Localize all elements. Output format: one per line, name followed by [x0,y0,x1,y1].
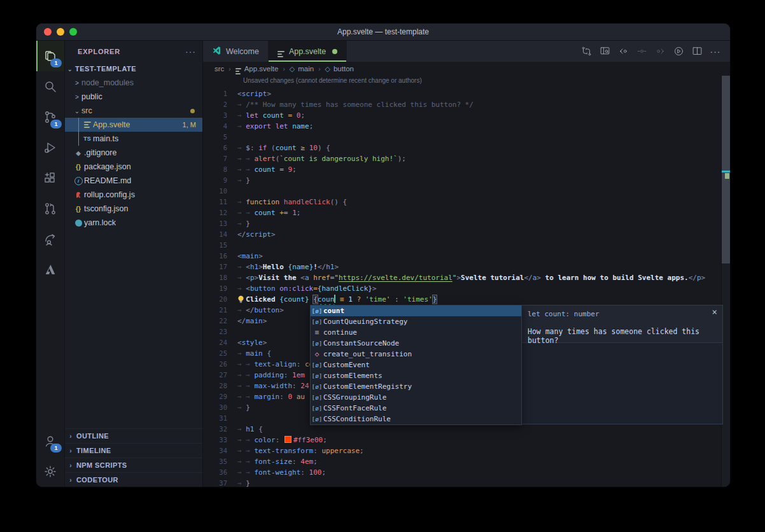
minimize-window-button[interactable] [57,28,64,36]
tab-welcome[interactable]: Welcome [203,41,269,62]
tab-bar: WelcomeApp.svelte ··· [203,41,730,62]
unsaved-dot-icon[interactable] [332,49,337,54]
suggestion-continue[interactable]: ≡continue [311,327,521,338]
suggestion-CountQueuingStrategy[interactable]: [ø]CountQueuingStrategy [311,316,521,327]
previous-change-icon[interactable] [616,45,630,59]
current-change-icon[interactable] [635,45,649,59]
code-line-19[interactable]: 19→ <button on:click={handleClick}> [203,283,730,294]
folder-node_modules[interactable]: >node_modules [65,76,202,90]
file-yarn.lock[interactable]: yarn.lock [65,216,202,230]
code-line-1[interactable]: 1<script> [203,88,730,99]
code-line-34[interactable]: 34→ → text-transform: uppercase; [203,445,730,456]
code-line-17[interactable]: 17→ <h1>Hello {name}!</h1> [203,262,730,272]
code-line-36[interactable]: 36→ → font-weight: 100; [203,467,730,478]
next-change-icon[interactable] [653,45,667,59]
code-line-15[interactable]: 15 [203,240,730,251]
activity-files-icon[interactable]: 1 [36,41,64,71]
activity-badge: 1 [50,444,62,452]
file-package.json[interactable]: {}package.json [65,160,202,174]
activity-source-control-icon[interactable]: 1 [36,102,64,132]
code-text: Clicked {count} {coun ≡ 1 ? 'time' : 'ti… [237,294,437,305]
code-line-37[interactable]: 37→ } [203,478,730,487]
suggestion-CustomElementRegistry[interactable]: [ø]CustomElementRegistry [311,381,521,392]
section-npm-scripts[interactable]: ›NPM SCRIPTS [65,458,202,472]
file-main.ts[interactable]: TSmain.ts [65,132,202,146]
suggestion-customElements[interactable]: [ø]customElements [311,370,521,381]
close-icon[interactable]: × [712,307,717,317]
activity-github-pr-icon[interactable] [36,193,64,224]
open-preview-icon[interactable] [598,45,612,59]
suggestion-count[interactable]: [ø]count [311,305,521,316]
code-line-8[interactable]: 8→ → count = 9; [203,164,730,175]
project-root-row[interactable]: ⌄ TEST-TEMPLATE [65,62,202,76]
zoom-window-button[interactable] [69,28,77,36]
file-tsconfig.json[interactable]: {}tsconfig.json [65,202,202,216]
code-line-14[interactable]: 14</script> [203,229,730,240]
section-timeline[interactable]: ›TIMELINE [65,443,202,458]
code-line-35[interactable]: 35→ → font-size: 4em; [203,456,730,467]
chevron-right-icon: > [73,80,81,87]
lightbulb-icon[interactable] [236,295,246,304]
activity-run-debug-icon[interactable] [36,132,64,163]
breadcrumb-button[interactable]: ◇button [325,65,353,73]
file-README.md[interactable]: iREADME.md [65,174,202,188]
code-line-2[interactable]: 2→ /** How many times has someone clicke… [203,99,730,110]
suggestion-create_out_transition[interactable]: ◇create_out_transition [311,349,521,360]
code-line-20[interactable]: 20 Clicked {count} {coun ≡ 1 ? 'time' : … [203,294,730,305]
section-outline[interactable]: ›OUTLINE [65,428,202,443]
activity-extensions-icon[interactable] [36,163,64,193]
file-label: rollup.config.js [84,190,135,199]
more-actions-icon[interactable]: ··· [708,45,722,59]
editor-scrollbar[interactable] [721,76,730,487]
symbol-variable-icon: [ø] [311,372,323,379]
braces-file-icon: {} [73,164,84,171]
breadcrumb-app-svelte[interactable]: App.svelte [235,63,279,74]
suggestion-CSSConditionRule[interactable]: [ø]CSSConditionRule [311,414,521,424]
code-line-4[interactable]: 4→ export let name; [203,121,730,132]
file-.gitignore[interactable]: ◆.gitignore [65,146,202,160]
code-line-6[interactable]: 6→ $: if (count ≥ 10) { [203,143,730,153]
code-editor[interactable]: Unsaved changes (cannot determine recent… [203,76,730,487]
breadcrumb-main[interactable]: ◇main [290,65,314,73]
codelens-link[interactable]: Unsaved changes (cannot determine recent… [203,76,730,86]
code-line-3[interactable]: 3→ let count = 0; [203,110,730,121]
activity-search-icon[interactable] [36,71,64,102]
code-text: → h1 { [237,424,263,435]
code-text: → export let name; [237,121,313,132]
tab-app-svelte[interactable]: App.svelte [269,41,347,62]
code-line-7[interactable]: 7→ → alert(`count is dangerously high!`)… [203,153,730,164]
code-line-11[interactable]: 11→ function handleClick() { [203,197,730,207]
folder-src[interactable]: ⌄src [65,104,202,118]
run-circle-icon[interactable] [671,45,685,59]
suggestion-ConstantSourceNode[interactable]: [ø]ConstantSourceNode [311,338,521,349]
symbol-variable-icon: [ø] [311,416,323,423]
code-line-16[interactable]: 16<main> [203,251,730,262]
code-line-5[interactable]: 5 [203,132,730,143]
suggestion-CSSGroupingRule[interactable]: [ø]CSSGroupingRule [311,392,521,403]
titlebar[interactable]: App.svelte — test-template [36,24,730,41]
code-line-10[interactable]: 10 [203,186,730,197]
suggestion-label: ConstantSourceNode [323,339,399,347]
explorer-more-actions-icon[interactable]: ··· [185,46,196,57]
code-line-9[interactable]: 9→ } [203,175,730,186]
code-line-32[interactable]: 32→ h1 { [203,424,730,435]
code-line-33[interactable]: 33→ → color: #ff3e00; [203,435,730,445]
split-editor-icon[interactable] [690,45,704,59]
scrollbar-thumb[interactable] [722,76,730,263]
suggestion-CSSFontFaceRule[interactable]: [ø]CSSFontFaceRule [311,403,521,414]
code-line-13[interactable]: 13→ } [203,218,730,229]
file-rollup.config.js[interactable]: rollup.config.js [65,188,202,202]
close-window-button[interactable] [44,28,52,36]
suggestion-CustomEvent[interactable]: [ø]CustomEvent [311,360,521,370]
breadcrumb-src[interactable]: src [214,65,224,73]
code-line-12[interactable]: 12→ → count += 1; [203,207,730,218]
git-compare-icon[interactable] [579,45,593,59]
activity-live-share-icon[interactable] [36,224,64,255]
activity-azure-icon[interactable] [36,255,64,285]
section-codetour[interactable]: ›CODETOUR [65,472,202,487]
code-line-18[interactable]: 18→ <p>Visit the <a href="https://svelte… [203,272,730,283]
activity-settings-icon[interactable] [36,456,64,487]
activity-account-icon[interactable]: 1 [36,426,64,456]
file-App.svelte[interactable]: App.svelte1, M [65,118,202,132]
folder-public[interactable]: >public [65,90,202,104]
